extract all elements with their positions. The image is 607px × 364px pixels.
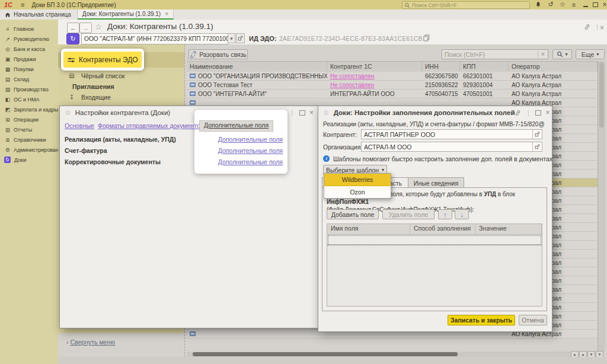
column-name[interactable]: Наименование xyxy=(187,62,327,72)
desc-block: ИнфПолФХЖ1 xyxy=(327,199,369,205)
search-options-button[interactable]: ▾ xyxy=(552,49,572,59)
save-and-close-button[interactable]: Записать и закрыть xyxy=(448,315,515,325)
vertical-scrollbar-thumb[interactable] xyxy=(599,62,604,127)
sidebar-item-Отчеты[interactable]: ▥Отчеты xyxy=(0,124,58,135)
maximize-icon[interactable] xyxy=(535,110,541,116)
template-option-Wildberries[interactable]: Wildberries xyxy=(324,174,391,186)
table-header[interactable]: Наименование Контрагент 1С ИНН КПП Опера… xyxy=(187,61,598,73)
dialog2-titlebar[interactable]: ☆ Доки: Настройки заполнения дополнитель… xyxy=(318,106,552,119)
link-icon[interactable] xyxy=(515,110,521,116)
fields-grid[interactable]: Имя поля Способ заполнения Значение xyxy=(327,223,542,306)
combo-dropdown-button[interactable]: ▾ xyxy=(228,33,235,43)
forward-button[interactable]: → xyxy=(79,23,92,33)
horizontal-scrollbar[interactable] xyxy=(187,352,598,357)
minimize-button[interactable] xyxy=(581,1,590,8)
organization-combo[interactable]: ООО "АСТРАЛ-М" (ИНН 7720623379 КПП 77200… xyxy=(81,33,228,44)
column-inn[interactable]: ИНН xyxy=(422,62,460,72)
not-matched-link[interactable]: Не сопоставлен xyxy=(330,82,374,88)
link-icon[interactable] xyxy=(584,24,590,30)
sidebar-item-Продажи[interactable]: ▣Продажи xyxy=(0,54,58,64)
column-kpp[interactable]: КПП xyxy=(460,62,509,72)
additional-fields-link[interactable]: Дополнительные поля xyxy=(218,147,283,154)
grid-column-fill-method[interactable]: Способ заполнения xyxy=(410,224,475,234)
cancel-button[interactable]: Отмена xyxy=(519,315,547,325)
sidebar-item-Покупки[interactable]: ▦Покупки xyxy=(0,64,58,74)
additional-fields-link[interactable]: Дополнительные поля xyxy=(218,158,283,165)
add-field-button[interactable]: Добавить поле xyxy=(327,209,379,219)
tab-osnovnye[interactable]: Основные xyxy=(65,122,94,129)
table-row[interactable]: ООО "ИНТЕГРАЛ-АЙТИ"ИНТЕГРАЛ-АЙТИ ООО4705… xyxy=(187,90,598,98)
functions-menu-icon[interactable]: ≡ xyxy=(569,1,579,8)
table-row[interactable]: ООО Тестовая ТестНе сопоставлен215093652… xyxy=(187,81,598,90)
star-icon[interactable]: ☆ xyxy=(323,108,330,117)
main-menu-icon[interactable]: ≡ xyxy=(21,1,24,8)
combo-open-button[interactable] xyxy=(236,33,245,43)
grid-empty-row[interactable] xyxy=(327,235,542,245)
sidebar-item-Зарплата и кадры[interactable]: ◩Зарплата и кадры xyxy=(0,104,58,114)
doki-app-button[interactable]: ↻ xyxy=(66,33,79,44)
maximize-icon[interactable] xyxy=(299,110,305,116)
sidebar-item-Доки[interactable]: ↻Доки xyxy=(0,155,58,165)
sidebar-item-Склад[interactable]: ▤Склад xyxy=(0,74,58,84)
tab-formaty[interactable]: Форматы отправляемых документов xyxy=(98,122,203,129)
tab-close-icon[interactable]: × xyxy=(165,11,168,17)
break-link-button[interactable]: Разорвать связь xyxy=(189,49,248,59)
star-icon[interactable]: ☆ xyxy=(65,108,71,117)
global-search-input[interactable]: Поиск Ctrl+Shift+F xyxy=(402,1,530,9)
nav-item-black-list[interactable]: ▤ Чёрный список xyxy=(58,71,184,81)
clear-search-icon[interactable]: × xyxy=(538,51,548,58)
horizontal-scrollbar-thumb[interactable] xyxy=(193,352,458,356)
column-operator[interactable]: Оператор xyxy=(509,62,598,72)
not-matched-link[interactable]: Не сопоставлен xyxy=(330,73,374,79)
notifications-bell-icon[interactable] xyxy=(533,1,543,8)
dialog-counterparty-settings: ☆ Настройки контрагента (Доки) ⋮ × Основ… xyxy=(59,106,319,328)
sidebar-item-Руководителю[interactable]: ↗Руководителю xyxy=(0,34,58,44)
organization-field[interactable]: АСТРАЛ-М ООО xyxy=(361,142,542,152)
copy-icon[interactable] xyxy=(423,34,430,41)
favorites-star-icon[interactable]: ☆ xyxy=(558,1,567,8)
close-button[interactable]: × xyxy=(600,1,607,8)
grid-column-field-name[interactable]: Имя поля xyxy=(327,224,410,234)
sidebar-item-Администрирование[interactable]: ⚙Администрирование xyxy=(0,145,58,155)
sidebar-item-Операции[interactable]: ⊞Операции xyxy=(0,114,58,124)
nav-item-kontragenty-edo[interactable]: Контрагенты ЭДО xyxy=(63,52,142,68)
delete-field-button[interactable]: Удалить поле xyxy=(382,209,435,219)
table-row[interactable]: ООО "ОРГАНИЗАЦИЯ ПРОИЗВОДСТВЕННЫХ СИ...Н… xyxy=(187,72,598,81)
move-down-button[interactable]: ↓ xyxy=(455,209,469,219)
more-actions-button[interactable]: Еще ▾ xyxy=(576,49,605,59)
close-icon[interactable]: × xyxy=(545,108,550,117)
tab-doki-kontragenty[interactable]: Доки: Контрагенты (1.0.39.1) × xyxy=(78,9,174,20)
sidebar-item-Производство[interactable]: ▨Производство xyxy=(0,84,58,94)
counterparty-field[interactable]: АСТРАЛ ПАРТНЕР ООО xyxy=(361,129,542,139)
sidebar-item-Справочники[interactable]: ≣Справочники xyxy=(0,135,58,145)
tab-dopolnitelnye-polya[interactable]: Дополнительные поля xyxy=(199,120,273,132)
nav-item-incoming[interactable]: ↧ Входящие xyxy=(58,92,184,102)
template-option-Ozon[interactable]: Ozon xyxy=(324,186,391,198)
form-close-icon[interactable]: × xyxy=(600,24,604,32)
move-up-button[interactable]: ↑ xyxy=(438,209,452,219)
tab-other-info[interactable]: Иные сведения xyxy=(408,177,464,188)
list-search-input[interactable]: Поиск (Ctrl+F) × xyxy=(442,49,548,59)
tab-home[interactable]: Начальная страница xyxy=(0,9,78,20)
back-button[interactable]: ← xyxy=(67,23,79,33)
restore-button[interactable] xyxy=(590,1,600,8)
manager-icon: ↗ xyxy=(4,36,12,42)
additional-fields-link[interactable]: Дополнительные поля xyxy=(218,136,283,143)
more-menu-icon[interactable]: ⋮ xyxy=(525,110,531,116)
sidebar-item-label: Главное xyxy=(14,26,34,32)
sidebar-item-Банк и касса[interactable]: ◎Банк и касса xyxy=(0,44,58,54)
cell-name: ООО "ИНТЕГРАЛ-АЙТИ" xyxy=(187,90,327,98)
sidebar-item-ОС и НМА[interactable]: ◧ОС и НМА xyxy=(0,94,58,104)
open-icon[interactable] xyxy=(532,142,542,151)
column-counterparty-1c[interactable]: Контрагент 1С xyxy=(327,62,422,72)
history-icon[interactable]: ↺ xyxy=(546,1,555,8)
grid-column-value[interactable]: Значение xyxy=(475,224,542,234)
open-icon[interactable] xyxy=(532,130,542,139)
more-menu-icon[interactable]: ⋮ xyxy=(289,110,295,116)
collapse-menu-link[interactable]: ‹ Свернуть меню xyxy=(66,339,115,346)
close-icon[interactable]: × xyxy=(309,108,314,117)
document-icon xyxy=(190,82,196,87)
favorite-star-icon[interactable]: ☆ xyxy=(95,22,103,31)
sidebar-item-Главное[interactable]: ≡Главное xyxy=(0,24,58,34)
vertical-scrollbar[interactable] xyxy=(598,61,605,351)
